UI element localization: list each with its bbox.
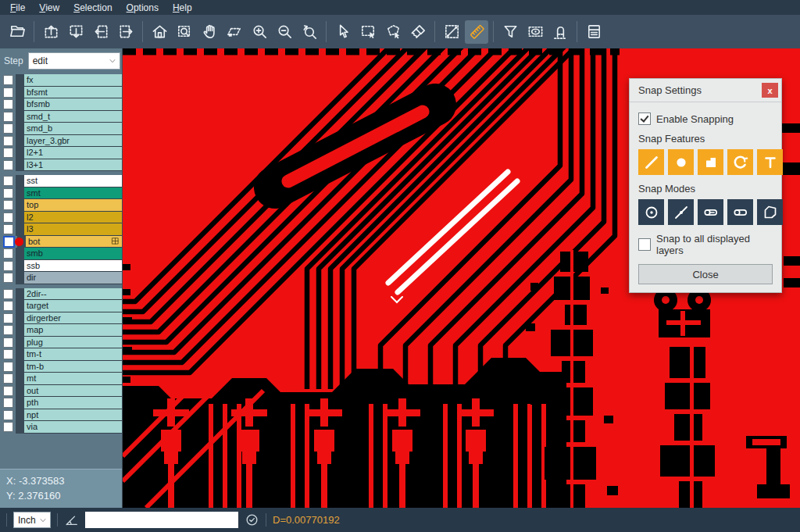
select-button[interactable] bbox=[331, 20, 355, 44]
layer-visibility-checkbox[interactable] bbox=[3, 337, 13, 348]
close-icon[interactable]: x bbox=[762, 83, 778, 98]
step-select[interactable]: edit bbox=[28, 52, 120, 70]
layer-visibility-checkbox[interactable] bbox=[3, 212, 13, 223]
snap-circle-button[interactable] bbox=[668, 149, 694, 175]
pcb-canvas[interactable]: Snap Settings x Enable Snapping Snap Fea… bbox=[123, 48, 800, 508]
snap-slot-button[interactable] bbox=[727, 199, 753, 225]
pan-hand-button[interactable] bbox=[198, 20, 221, 44]
layer-visibility-checkbox[interactable] bbox=[3, 112, 13, 122]
layer-name[interactable]: l2 bbox=[24, 212, 122, 224]
layer-visibility-checkbox[interactable] bbox=[3, 224, 13, 234]
layer-visibility-checkbox[interactable] bbox=[3, 349, 13, 359]
layer-visibility-checkbox[interactable] bbox=[3, 410, 13, 420]
zoom-selection-button[interactable] bbox=[223, 20, 246, 44]
layer-name[interactable]: dir bbox=[24, 272, 122, 284]
layer-name[interactable]: bot bbox=[26, 236, 122, 248]
zoom-home-button[interactable] bbox=[148, 20, 171, 44]
layer-name[interactable]: fx bbox=[24, 74, 122, 87]
layer-visibility-checkbox[interactable] bbox=[3, 200, 13, 210]
layer-name[interactable]: bfsmt bbox=[24, 87, 122, 99]
layer-visibility-checkbox[interactable] bbox=[3, 75, 13, 85]
layer-name[interactable]: npt bbox=[24, 409, 122, 422]
zoom-in-button[interactable] bbox=[248, 20, 271, 44]
layer-visibility-checkbox[interactable] bbox=[3, 136, 13, 146]
snap-text-button[interactable] bbox=[757, 149, 783, 175]
zoom-window-button[interactable] bbox=[173, 20, 196, 44]
menu-item-file[interactable]: File bbox=[3, 2, 32, 14]
layer-visibility-checkbox[interactable] bbox=[3, 123, 13, 134]
zoom-out-button[interactable] bbox=[273, 20, 296, 44]
layer-name[interactable]: mt bbox=[24, 373, 122, 385]
layer-visibility-checkbox[interactable] bbox=[3, 301, 13, 311]
layer-visibility-checkbox[interactable] bbox=[3, 261, 13, 271]
layer-name[interactable]: sst bbox=[24, 175, 122, 187]
layer-visibility-checkbox[interactable] bbox=[3, 398, 13, 408]
enable-snapping-row[interactable]: Enable Snapping bbox=[638, 112, 773, 125]
layer-name[interactable]: target bbox=[24, 300, 122, 312]
layer-name[interactable]: smb bbox=[24, 248, 122, 260]
snap-center-button[interactable] bbox=[638, 199, 664, 225]
snap-line-button[interactable] bbox=[638, 149, 664, 175]
apply-icon[interactable] bbox=[245, 512, 259, 527]
filter-button[interactable] bbox=[498, 20, 522, 44]
layer-visibility-checkbox[interactable] bbox=[3, 87, 13, 98]
pan-right-button[interactable] bbox=[114, 20, 138, 44]
select-polygon-button[interactable] bbox=[381, 20, 405, 44]
layer-name[interactable]: smd_b bbox=[24, 123, 122, 135]
report-button[interactable] bbox=[582, 20, 605, 44]
pan-down-button[interactable] bbox=[64, 20, 88, 44]
layer-visibility-checkbox[interactable] bbox=[3, 422, 13, 432]
layer-name[interactable]: tm-b bbox=[24, 361, 122, 373]
layer-name[interactable]: l2+1 bbox=[24, 147, 122, 159]
select-window-button[interactable] bbox=[356, 20, 380, 44]
layer-name[interactable]: 2dir-- bbox=[24, 288, 122, 301]
close-button[interactable]: Close bbox=[638, 264, 773, 284]
layer-visibility-checkbox[interactable] bbox=[3, 176, 13, 186]
layer-name[interactable]: l3 bbox=[24, 223, 122, 236]
open-file-button[interactable] bbox=[5, 20, 29, 44]
menu-item-selection[interactable]: Selection bbox=[66, 2, 119, 14]
layer-name[interactable]: tm-t bbox=[24, 348, 122, 361]
layer-name[interactable]: smt bbox=[24, 187, 122, 200]
snap-all-layers-row[interactable]: Snap to all displayed layers bbox=[638, 233, 773, 256]
layer-name[interactable]: ssb bbox=[24, 260, 122, 273]
layer-visibility-checkbox[interactable] bbox=[3, 248, 13, 259]
enable-snapping-checkbox[interactable] bbox=[638, 112, 651, 125]
snap-arc-button[interactable] bbox=[727, 149, 753, 175]
snap-pad-button[interactable] bbox=[698, 149, 723, 175]
layer-visibility-checkbox[interactable] bbox=[3, 386, 13, 396]
menu-item-view[interactable]: View bbox=[32, 2, 66, 14]
menu-item-options[interactable]: Options bbox=[120, 2, 166, 14]
layer-visibility-checkbox[interactable] bbox=[3, 289, 13, 299]
dialog-title-bar[interactable]: Snap Settings x bbox=[630, 79, 781, 102]
measure-button[interactable] bbox=[440, 20, 463, 44]
layer-name[interactable]: map bbox=[24, 324, 122, 337]
ruler-button[interactable] bbox=[465, 20, 488, 44]
layer-name[interactable]: l3+1 bbox=[24, 159, 122, 172]
snap-button[interactable] bbox=[548, 20, 572, 44]
menu-item-help[interactable]: Help bbox=[166, 2, 199, 14]
layer-visibility-checkbox[interactable] bbox=[3, 236, 15, 248]
layer-visibility-checkbox[interactable] bbox=[3, 99, 13, 109]
snap-slot-axis-button[interactable] bbox=[698, 199, 723, 225]
pan-left-button[interactable] bbox=[89, 20, 112, 44]
layer-name[interactable]: smd_t bbox=[24, 111, 122, 123]
snap-midpoint-button[interactable] bbox=[668, 199, 694, 225]
grid-icon[interactable] bbox=[111, 237, 120, 245]
layer-visibility-checkbox[interactable] bbox=[3, 148, 13, 158]
layer-name[interactable]: pth bbox=[24, 397, 122, 409]
layer-name[interactable]: dirgerber bbox=[24, 312, 122, 325]
layer-name[interactable]: layer_3.gbr bbox=[24, 135, 122, 148]
snap-all-layers-checkbox[interactable] bbox=[638, 238, 651, 251]
layer-visibility-checkbox[interactable] bbox=[3, 373, 13, 384]
measure-input[interactable] bbox=[85, 512, 238, 528]
layer-name[interactable]: via bbox=[24, 421, 122, 434]
highlight-brush-button[interactable] bbox=[406, 20, 430, 44]
layer-visibility-checkbox[interactable] bbox=[3, 325, 13, 335]
layer-name[interactable]: top bbox=[24, 199, 122, 212]
toggle-visibility-button[interactable] bbox=[523, 20, 547, 44]
layer-visibility-checkbox[interactable] bbox=[3, 362, 13, 372]
layer-name[interactable]: plug bbox=[24, 337, 122, 349]
layer-name[interactable]: bfsmb bbox=[24, 98, 122, 111]
unit-select[interactable]: Inch bbox=[13, 512, 51, 528]
